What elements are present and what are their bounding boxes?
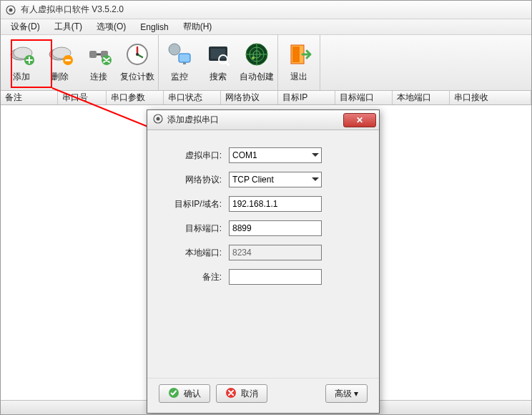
col-com-recv[interactable]: 串口接收 xyxy=(450,91,531,104)
exit-icon xyxy=(285,41,312,68)
window-title-bar: 有人虚拟串口软件 V3.5.2.0 xyxy=(1,1,531,19)
app-icon xyxy=(5,4,16,16)
exit-button[interactable]: 退出 xyxy=(280,38,318,90)
delete-label: 删除 xyxy=(51,71,69,83)
auto-create-icon xyxy=(243,41,270,68)
svg-point-14 xyxy=(169,44,180,55)
svg-point-29 xyxy=(157,117,160,121)
col-com-no[interactable]: 串口号 xyxy=(58,91,107,104)
add-virtual-com-dialog: 添加虚拟串口 ✕ 虚拟串口: 网络协议: 目标IP/域名: 目标端口: 本地端口… xyxy=(147,109,380,414)
label-target-port: 目标端口: xyxy=(162,223,222,235)
ok-icon xyxy=(168,387,179,401)
svg-rect-9 xyxy=(89,51,97,58)
monitor-label: 监控 xyxy=(171,71,188,83)
label-target-ip: 目标IP/域名: xyxy=(162,198,222,210)
dialog-title: 添加虚拟串口 xyxy=(167,114,339,126)
dialog-title-bar[interactable]: 添加虚拟串口 ✕ xyxy=(147,110,379,130)
target-ip-input[interactable] xyxy=(229,196,322,212)
svg-rect-16 xyxy=(183,62,186,64)
search-icon xyxy=(205,41,232,68)
menu-english[interactable]: English xyxy=(133,21,175,34)
toolbar: 添加 删除 连接 复位计数 监控 xyxy=(1,35,531,91)
menu-device[interactable]: 设备(D) xyxy=(4,19,47,34)
dialog-close-button[interactable]: ✕ xyxy=(343,113,376,127)
window-title: 有人虚拟串口软件 V3.5.2.0 xyxy=(21,4,124,16)
svg-point-13 xyxy=(136,53,139,56)
svg-rect-8 xyxy=(65,59,71,62)
delete-icon xyxy=(46,41,74,68)
col-target-ip[interactable]: 目标IP xyxy=(278,91,335,104)
connect-label: 连接 xyxy=(90,71,107,83)
svg-rect-18 xyxy=(211,49,225,59)
label-local-port: 本地端口: xyxy=(162,247,222,259)
net-proto-select[interactable] xyxy=(229,172,322,187)
svg-rect-26 xyxy=(292,47,300,62)
advanced-button[interactable]: 高级 ▾ xyxy=(325,384,368,403)
search-button[interactable]: 搜索 xyxy=(199,38,237,90)
reset-counter-icon xyxy=(124,41,151,68)
table-header: 备注 串口号 串口参数 串口状态 网络协议 目标IP 目标端口 本地端口 串口接… xyxy=(1,91,531,105)
reset-counter-button[interactable]: 复位计数 xyxy=(118,38,157,90)
search-label: 搜索 xyxy=(210,71,227,83)
auto-create-label: 自动创建 xyxy=(240,71,274,83)
col-target-port[interactable]: 目标端口 xyxy=(335,91,393,104)
menu-tools[interactable]: 工具(T) xyxy=(47,19,89,34)
label-virtual-com: 虚拟串口: xyxy=(162,150,222,162)
exit-label: 退出 xyxy=(290,71,307,83)
monitor-icon xyxy=(166,41,193,68)
label-net-proto: 网络协议: xyxy=(162,174,222,186)
auto-create-button[interactable]: 自动创建 xyxy=(237,38,276,90)
connect-icon xyxy=(85,41,112,68)
local-port-input[interactable] xyxy=(229,245,322,260)
col-local-port[interactable]: 本地端口 xyxy=(393,91,450,104)
svg-point-24 xyxy=(252,57,255,59)
ok-button[interactable]: 确认 xyxy=(159,384,210,403)
col-com-params[interactable]: 串口参数 xyxy=(107,91,164,104)
delete-button[interactable]: 删除 xyxy=(41,38,79,90)
menu-help[interactable]: 帮助(H) xyxy=(176,19,220,34)
col-com-status[interactable]: 串口状态 xyxy=(164,91,221,104)
monitor-button[interactable]: 监控 xyxy=(160,38,199,90)
cancel-icon xyxy=(225,387,237,401)
col-net-proto[interactable]: 网络协议 xyxy=(221,91,278,104)
target-port-input[interactable] xyxy=(229,220,322,236)
ok-label: 确认 xyxy=(184,388,201,400)
cancel-label: 取消 xyxy=(241,388,258,400)
connect-button[interactable]: 连接 xyxy=(79,38,118,90)
reset-counter-label: 复位计数 xyxy=(120,71,154,83)
col-remark[interactable]: 备注 xyxy=(1,91,58,104)
remark-input[interactable] xyxy=(229,269,322,285)
advanced-label: 高级 ▾ xyxy=(335,388,358,400)
svg-point-1 xyxy=(9,8,13,11)
label-remark: 备注: xyxy=(162,271,222,283)
cancel-button[interactable]: 取消 xyxy=(216,384,267,403)
add-label: 添加 xyxy=(13,71,30,83)
annotation-highlight-fields xyxy=(162,293,265,366)
svg-rect-15 xyxy=(179,54,190,62)
virtual-com-select[interactable] xyxy=(229,147,322,163)
close-icon: ✕ xyxy=(356,115,363,125)
add-icon xyxy=(8,41,35,68)
add-button[interactable]: 添加 xyxy=(2,38,41,90)
menu-options[interactable]: 选项(O) xyxy=(89,19,133,34)
dialog-icon xyxy=(153,114,163,126)
menu-bar: 设备(D) 工具(T) 选项(O) English 帮助(H) xyxy=(1,19,531,35)
